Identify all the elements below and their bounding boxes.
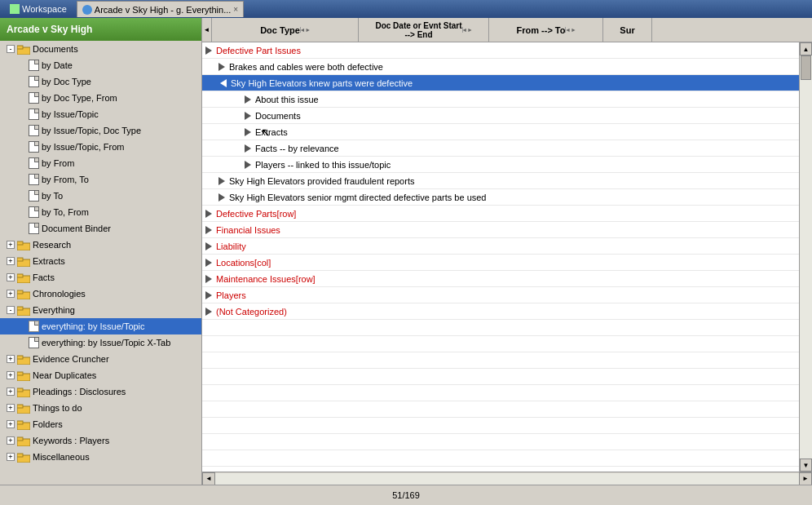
row-label-documents-sub: Documents [255, 111, 301, 121]
svg-rect-19 [17, 405, 23, 408]
row-liability[interactable]: Liability [202, 238, 799, 255]
scroll-down-button[interactable]: ▼ [800, 458, 812, 472]
scroll-up-button[interactable]: ▲ [800, 42, 812, 55]
sidebar-item-keywords-players[interactable]: + Keywords : Players [0, 432, 201, 449]
col-header-doctype[interactable]: Doc Type ◄► [212, 18, 359, 42]
expand-evidence[interactable]: + [7, 355, 15, 363]
sidebar-item-by-doc-type[interactable]: by Doc Type [0, 73, 201, 90]
folder-closed-icon-pleadings [17, 387, 30, 397]
expand-miscellaneous[interactable]: + [7, 453, 15, 461]
row-defective-parts-row[interactable]: Defective Parts[row] [202, 206, 799, 222]
svg-rect-13 [17, 356, 23, 359]
sidebar-item-folders[interactable]: + Folders [0, 416, 201, 432]
expand-near-duplicates[interactable]: + [7, 371, 15, 379]
folder-closed-icon-research [17, 240, 30, 250]
row-facts-by-relevance[interactable]: Facts -- by relevance [202, 140, 799, 157]
sidebar-item-by-date[interactable]: by Date [0, 57, 201, 73]
sidebar-item-research[interactable]: + Research [0, 237, 201, 253]
sidebar-item-chronologies[interactable]: + Chronologies [0, 286, 201, 302]
row-defective-part-issues[interactable]: Defective Part Issues [202, 42, 799, 59]
row-label-financial-issues: Financial Issues [216, 225, 280, 235]
sidebar-item-evidence-cruncher[interactable]: + Evidence Cruncher [0, 351, 201, 367]
expand-chronologies[interactable]: + [7, 290, 15, 298]
sidebar-item-everything-by-issue[interactable]: everything: by Issue/Topic [0, 318, 201, 334]
h-scroll-left-button[interactable]: ◄ [202, 472, 215, 485]
col-header-sur[interactable]: Sur [603, 18, 652, 42]
sidebar-item-by-to-from[interactable]: by To, From [0, 204, 201, 220]
sidebar-item-miscellaneous[interactable]: + Miscellaneous [0, 449, 201, 465]
expand-folders[interactable]: + [7, 420, 15, 428]
row-not-categorized[interactable]: (Not Categorized) [202, 303, 799, 320]
expand-everything[interactable]: - [7, 306, 15, 314]
expand-keywords[interactable]: + [7, 436, 15, 445]
sidebar-item-by-from[interactable]: by From [0, 155, 201, 171]
col-resize-left[interactable]: ◄ [202, 18, 212, 42]
col-resize-docdate[interactable]: ◄► [462, 27, 472, 33]
row-sky-high-knew[interactable]: Sky High Elevators knew parts were defec… [202, 75, 799, 91]
row-players[interactable]: Players [202, 287, 799, 303]
row-locations-col[interactable]: Locations[col] [202, 255, 799, 271]
row-about-issue[interactable]: About this issue [202, 91, 799, 108]
expand-documents[interactable]: - [7, 45, 15, 53]
row-documents-sub[interactable]: Documents [202, 108, 799, 124]
expand-extracts[interactable]: + [7, 257, 15, 265]
expand-facts[interactable]: + [7, 273, 15, 281]
col-resize-from-to[interactable]: ◄► [565, 27, 575, 33]
doc-icon-by-from [29, 157, 39, 169]
svg-rect-21 [17, 421, 23, 424]
sidebar-item-label-extracts: Extracts [33, 256, 65, 266]
right-scrollbar: ▲ ▼ [799, 42, 812, 472]
sidebar-item-by-from-to[interactable]: by From, To [0, 171, 201, 188]
scrollbar-track[interactable] [800, 55, 812, 458]
sidebar-item-everything-by-issue-x[interactable]: everything: by Issue/Topic X-Tab [0, 334, 201, 351]
expand-things-to-do[interactable]: + [7, 404, 15, 412]
sidebar-item-by-issue-topic-doc-type[interactable]: by Issue/Topic, Doc Type [0, 122, 201, 139]
sidebar-item-documents[interactable]: - Documents [0, 41, 201, 57]
row-financial-issues[interactable]: Financial Issues [202, 222, 799, 238]
sidebar-item-facts[interactable]: + Facts [0, 269, 201, 286]
sidebar-header: Arcade v Sky High [0, 18, 201, 41]
col-label-doctype: Doc Type [260, 25, 300, 35]
sidebar-item-label-by-issue-topic-from: by Issue/Topic, From [42, 142, 124, 152]
sidebar: Arcade v Sky High - Documents by Date by… [0, 18, 202, 485]
h-scroll-right-button[interactable]: ► [799, 472, 812, 485]
col-header-from-to[interactable]: From --> To ◄► [489, 18, 603, 42]
empty-row-2 [202, 336, 799, 352]
sidebar-item-everything[interactable]: - Everything [0, 302, 201, 318]
sidebar-item-near-duplicates[interactable]: + Near Duplicates [0, 367, 201, 383]
sidebar-item-things-to-do[interactable]: + Things to do [0, 400, 201, 416]
sidebar-item-by-issue-topic[interactable]: by Issue/Topic [0, 106, 201, 122]
triangle-right-maintenance [205, 275, 212, 283]
main-tree-area[interactable]: Defective Part Issues Brakes and cables … [202, 42, 799, 472]
main-tab[interactable]: Arcade v Sky High - g. Everythin... × [77, 1, 244, 17]
sidebar-item-by-doc-type-from[interactable]: by Doc Type, From [0, 90, 201, 106]
col-header-docdate[interactable]: Doc Date or Evnt Start--> End ◄► [359, 18, 489, 42]
sidebar-item-by-issue-topic-from[interactable]: by Issue/Topic, From [0, 139, 201, 155]
row-players-linked[interactable]: Players -- linked to this issue/topic [202, 157, 799, 173]
doc-icon-by-issue-topic-from [29, 141, 39, 153]
row-extracts-sub[interactable]: Extracts ↖ [202, 124, 799, 140]
row-maintenance-issues[interactable]: Maintenance Issues[row] [202, 271, 799, 287]
folder-closed-icon-folders [17, 419, 30, 430]
sidebar-item-label-everything-by-issue: everything: by Issue/Topic [42, 321, 145, 331]
svg-rect-5 [17, 258, 23, 261]
row-brakes-cables[interactable]: Brakes and cables were both defective [202, 59, 799, 75]
sidebar-item-document-binder[interactable]: Document Binder [0, 220, 201, 237]
workspace-tab[interactable]: Workspace [3, 2, 73, 16]
empty-row-6 [202, 401, 799, 418]
row-sky-high-senior[interactable]: Sky High Elevators senior mgmt directed … [202, 189, 799, 206]
sidebar-item-label-folders: Folders [33, 419, 63, 429]
row-sky-high-fraudulent[interactable]: Sky High Elevators provided fraudulent r… [202, 173, 799, 189]
sidebar-item-by-to[interactable]: by To [0, 188, 201, 204]
scrollbar-thumb[interactable] [801, 55, 811, 80]
close-tab-button[interactable]: × [233, 5, 238, 14]
col-resize-doctype[interactable]: ◄► [300, 27, 310, 33]
folder-closed-icon-chronologies [17, 289, 30, 299]
h-scroll-track[interactable] [215, 473, 799, 485]
workspace-icon [10, 4, 20, 14]
sidebar-item-extracts[interactable]: + Extracts [0, 253, 201, 269]
triangle-right-about [245, 95, 251, 104]
expand-research[interactable]: + [7, 241, 15, 249]
sidebar-item-pleadings[interactable]: + Pleadings : Disclosures [0, 383, 201, 400]
expand-pleadings[interactable]: + [7, 388, 15, 396]
